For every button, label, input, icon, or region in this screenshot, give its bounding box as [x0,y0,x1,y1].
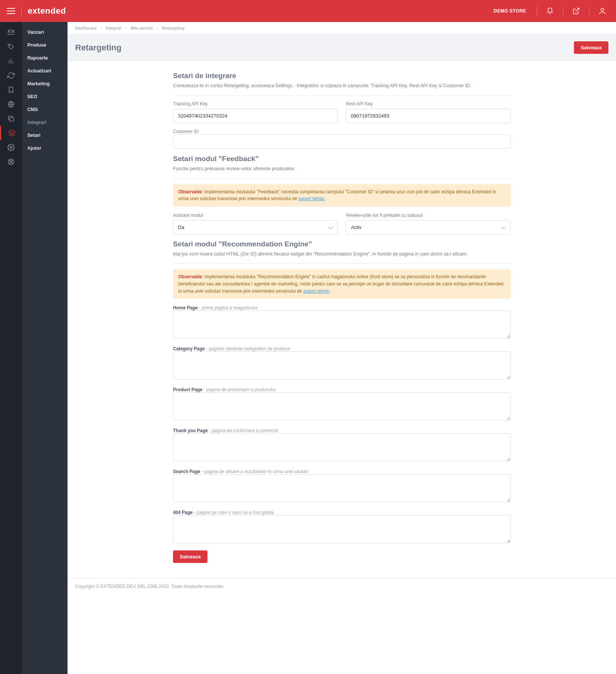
sidebar-item-setari[interactable]: Setari [22,129,68,142]
sidebar-item-ajutor[interactable]: Ajutor [22,142,68,155]
sidebar-item-rapoarte[interactable]: Rapoarte [22,52,68,64]
svg-point-3 [9,45,10,46]
iconbar-seo[interactable] [0,97,22,111]
chart-icon [7,57,15,65]
save-button-bottom[interactable]: Salveaza [173,550,207,563]
breadcrumb-integrari[interactable]: Integrari [106,26,122,30]
store-name[interactable]: DEMO STORE [494,8,526,14]
404-page-textarea[interactable] [173,515,511,543]
sidebar-item-seo[interactable]: SEO [22,90,68,103]
svg-rect-9 [10,118,14,121]
section-integration-title: Setari de integrare [173,72,511,80]
svg-point-13 [10,161,12,163]
alert-text: implementarea modulului "Recommendation … [178,274,503,293]
iconbar-setari[interactable] [0,140,22,155]
bookmark-icon [7,86,15,94]
section-feedback-title: Setari modul "Feedback" [173,155,511,163]
sidebar-item-produse[interactable]: Produse [22,39,68,52]
footer-text: Copyright © EXTENDED DEV SRL 2006-2022. … [75,584,224,589]
divider [537,6,537,16]
external-link-icon [572,7,580,15]
footer: Copyright © EXTENDED DEV SRL 2006-2022. … [68,578,616,594]
customer-id-input[interactable] [173,134,511,149]
search-page-label: Search Page - pagina de afisare a rezult… [173,469,308,474]
svg-point-1 [601,8,603,11]
home-page-textarea[interactable] [173,310,511,339]
iconbar-cms[interactable] [0,111,22,126]
tag-icon [7,43,15,50]
tracking-api-key-input[interactable] [173,109,338,123]
save-button-top[interactable]: Salveaza [574,41,608,54]
page-header: Retargeting Salveaza [68,34,616,61]
tracking-api-key-label: Tracking API Key [173,101,338,107]
divider [563,6,563,16]
divider [173,179,511,179]
logo: extended [28,6,66,16]
breadcrumb-dashboard[interactable]: Dashboard [75,26,96,30]
topbar: extended DEMO STORE [0,0,616,22]
iconbar-integrari[interactable] [0,126,22,140]
mail-icon [7,28,15,36]
sidebar-item-actualizari[interactable]: Actualizari [22,64,68,77]
sidebar-item-cms[interactable]: CMS [22,103,68,116]
feedback-alert: Observatie: implementarea modulului "Fee… [173,184,511,207]
divider [589,6,589,16]
refresh-icon [7,72,15,79]
rest-api-key-label: Rest API Key [346,101,511,107]
sidebar-item-marketing[interactable]: Marketing [22,77,68,90]
iconbar [0,22,22,674]
category-page-textarea[interactable] [173,351,511,379]
layers-icon [8,129,16,137]
section-feedback-desc: Functie pentru preluarea review-urilor a… [173,165,511,172]
category-page-label: Category Page - paginile aferente catego… [173,346,290,351]
chevron-right-icon: › [100,26,102,30]
search-page-textarea[interactable] [173,474,511,502]
sidebar-item-integrari[interactable]: Integrari [22,116,68,129]
svg-rect-2 [8,30,14,34]
support-link[interactable]: suport tehnic [303,288,329,294]
review-status-select[interactable]: Activ [346,220,511,235]
activate-module-label: Activare modul [173,213,338,218]
alert-text: implementarea modulului "Feedback" neces… [178,189,496,202]
product-page-label: Product Page - pagina de prezentare a pr… [173,387,275,392]
alert-end: . [325,196,326,201]
thankyou-page-textarea[interactable] [173,433,511,461]
activate-module-select[interactable]: Da [173,220,338,235]
rest-api-key-input[interactable] [346,109,511,123]
alert-bold: Observatie: [178,189,203,194]
breadcrumb-retargeting: Retargeting [162,26,184,30]
iconbar-vanzari[interactable] [0,25,22,39]
iconbar-actualizari[interactable] [0,68,22,83]
section-recommendation-title: Setari modul "Recommendation Engine" [173,240,511,248]
review-status-label: Review-urile vor fi preluate cu statusul [346,213,511,218]
user-icon [598,7,607,15]
divider [173,96,511,96]
support-link[interactable]: suport tehnic [299,196,325,201]
breadcrumb-alte-servicii[interactable]: Alte servicii [130,26,152,30]
profile-button[interactable] [596,4,609,18]
breadcrumb: Dashboard › Integrari › Alte servicii › … [68,22,616,34]
svg-line-0 [575,8,579,12]
alert-end: . [329,288,330,294]
iconbar-ajutor[interactable] [0,155,22,169]
menu-toggle-button[interactable] [7,7,15,15]
notifications-button[interactable] [543,4,557,18]
iconbar-marketing[interactable] [0,83,22,97]
gear-icon [7,144,15,151]
content: Setari de integrare Conecteaza-te in con… [165,61,518,578]
divider [173,263,511,264]
svg-line-15 [12,163,13,164]
external-link-button[interactable] [569,4,583,18]
iconbar-produse[interactable] [0,39,22,54]
globe-icon [7,100,15,108]
page-title: Retargeting [75,43,121,53]
divider [21,6,22,16]
sidebar: Vanzari Produse Rapoarte Actualizari Mar… [22,22,68,674]
section-integration-desc: Conecteaza-te in contul Retargeting, acc… [173,82,511,89]
product-page-textarea[interactable] [173,392,511,420]
home-page-label: Home Page - prima pagina a magazinului [173,305,258,310]
svg-line-16 [9,163,10,164]
iconbar-rapoarte[interactable] [0,54,22,68]
main: Dashboard › Integrari › Alte servicii › … [68,22,616,674]
sidebar-item-vanzari[interactable]: Vanzari [22,26,68,39]
